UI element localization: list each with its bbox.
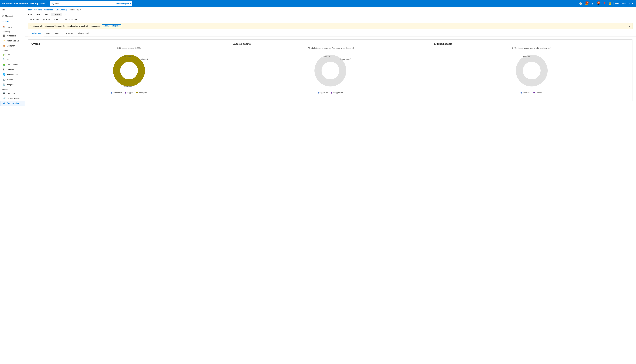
- start-btn[interactable]: ▷ Start: [42, 18, 52, 21]
- search-input[interactable]: [55, 2, 114, 5]
- labeled-subtitle: 0 / 0 labeled assets approved (No items …: [233, 47, 428, 49]
- warning-banner: ℹ Missing label categories: The project …: [28, 23, 632, 29]
- sidebar-item-designer[interactable]: 🎨 Designer: [0, 43, 25, 48]
- updates-badge: 14: [597, 2, 600, 4]
- page-header: contosoproject ⏸ Paused ☆: [25, 11, 636, 16]
- skipped-legend-unappr: Unappr...: [533, 92, 543, 94]
- settings-btn[interactable]: ⚙: [590, 1, 595, 6]
- labeled-legend-unapproved: Unapproved: [331, 92, 343, 94]
- breadcrumb-microsoft[interactable]: Microsoft: [28, 9, 36, 11]
- breadcrumb-workspace[interactable]: contosoworkspace: [38, 9, 53, 11]
- skipped-subtitle: 0 / 0 skipped assets approved (N... disp…: [434, 47, 629, 49]
- workspace-selector[interactable]: This workspace ▾: [116, 2, 131, 5]
- updates-btn[interactable]: 💬 14: [596, 1, 601, 6]
- search-divider: [115, 2, 115, 5]
- export-icon: ↑: [54, 18, 55, 20]
- completed-line: [133, 57, 138, 57]
- sidebar-item-microsoft[interactable]: ⊞ Microsoft: [0, 14, 25, 18]
- skipped-donut-svg: [514, 53, 549, 88]
- manage-section-label: Manage: [0, 87, 25, 91]
- skipped-chart: Approved:: [514, 53, 549, 88]
- clock-icon-btn[interactable]: 🕐: [578, 1, 583, 6]
- labeled-chart: Approved: 0 Unapproved: 0: [313, 53, 348, 88]
- sidebar-item-linked-services[interactable]: 🔗 Linked Services: [0, 96, 25, 101]
- sidebar-item-automated-ml[interactable]: ⚡ Automated ML: [0, 38, 25, 43]
- skipped-legend-approved: Approved: [521, 92, 530, 94]
- add-label-categories-link[interactable]: Add label categories.: [102, 24, 121, 27]
- completed-legend-label: Completed: [113, 92, 122, 94]
- user-account-btn[interactable]: contosoworkspace ▾: [614, 1, 634, 6]
- legend-completed: Completed: [111, 92, 122, 94]
- export-btn[interactable]: ↑ Export: [52, 18, 63, 21]
- environments-label: Environments: [7, 74, 19, 76]
- data-labeling-label: Data Labeling: [7, 102, 20, 104]
- search-box[interactable]: 🔍 This workspace ▾: [50, 1, 132, 6]
- refresh-btn[interactable]: ↻ Refresh: [28, 18, 41, 21]
- completed-dot: [111, 92, 112, 94]
- unapproved-dot: [331, 92, 332, 94]
- chevron-down-icon: ▾: [130, 2, 131, 5]
- tab-data[interactable]: Data: [44, 31, 53, 36]
- sidebar: ☰ ⊞ Microsoft + New 🏠 Home Authoring 📓 N…: [0, 7, 25, 364]
- tab-dashboard[interactable]: Dashboard: [28, 31, 44, 36]
- sidebar-item-data-labeling[interactable]: 🏷 Data Labeling: [0, 101, 25, 106]
- pipelines-icon: ⛓: [3, 68, 6, 71]
- skipped-approved-dot: [521, 92, 522, 94]
- skipped-card: Skipped assets 0 / 0 skipped assets appr…: [431, 40, 632, 101]
- sidebar-item-jobs[interactable]: 🔧 Jobs: [0, 57, 25, 62]
- compute-icon: 💻: [3, 92, 6, 94]
- unapproved-annotation: Unapproved: 0: [340, 58, 351, 60]
- compute-label: Compute: [7, 92, 15, 94]
- topbar-separator: [613, 2, 613, 5]
- warning-message: Missing label categories: The project do…: [33, 25, 100, 27]
- overall-donut-container: Completed: 0 Skipped: 0 Incomplete: 32: [31, 52, 227, 94]
- notifications-btn[interactable]: 🔔 23: [584, 1, 589, 6]
- overall-subtitle: 0 / 32 assets labeled (0.00%): [31, 47, 227, 49]
- sidebar-item-data[interactable]: 📊 Data: [0, 52, 25, 57]
- status-badge: ⏸ Paused: [51, 13, 62, 16]
- new-btn[interactable]: + New: [0, 18, 25, 24]
- linked-services-icon: 🔗: [3, 97, 6, 100]
- breadcrumb-sep-1: >: [36, 9, 37, 11]
- help-btn[interactable]: ❓: [601, 1, 607, 6]
- warning-collapse-icon[interactable]: ∨: [629, 25, 630, 27]
- incomplete-legend-label: Incomplete: [139, 92, 147, 94]
- sidebar-item-compute[interactable]: 💻 Compute: [0, 91, 25, 96]
- user-face-btn[interactable]: 😊: [607, 1, 613, 6]
- plus-icon: +: [2, 20, 4, 23]
- approved-annotation: Approved: 0: [322, 56, 335, 58]
- tab-vision-studio[interactable]: Vision Studio: [76, 31, 92, 36]
- page-title: contosoproject: [28, 13, 50, 16]
- tab-details[interactable]: Details: [53, 31, 64, 36]
- skipped-approved-annotation: Approved:: [523, 56, 530, 58]
- topbar-icons: 🕐 🔔 23 ⚙ 💬 14 ❓ 😊 contosoworkspace ▾: [578, 1, 634, 6]
- tab-insights[interactable]: Insights: [64, 31, 76, 36]
- sidebar-item-home[interactable]: 🏠 Home: [0, 24, 25, 30]
- breadcrumb-data-labeling[interactable]: Data Labeling: [56, 9, 67, 11]
- pause-icon: ⏸: [52, 13, 55, 16]
- sidebar-item-models[interactable]: 🤖 Models: [0, 77, 25, 82]
- notebooks-label: Notebooks: [7, 35, 16, 37]
- completed-annotation: Completed: 0: [123, 56, 138, 58]
- sidebar-item-notebooks[interactable]: 📓 Notebooks: [0, 33, 25, 38]
- sidebar-item-components[interactable]: 🧩 Components: [0, 62, 25, 67]
- refresh-label: Refresh: [33, 18, 39, 20]
- sidebar-item-endpoints[interactable]: 📡 Endpoints: [0, 82, 25, 87]
- main-content: Microsoft > contosoworkspace > Data Labe…: [25, 7, 636, 364]
- approved-legend-label: Approved: [320, 92, 328, 94]
- ms-label: Microsoft: [5, 15, 13, 17]
- favorite-star-icon[interactable]: ☆: [64, 13, 66, 16]
- refresh-icon: ↻: [30, 18, 32, 20]
- overall-title: Overall: [31, 42, 227, 46]
- sidebar-item-environments[interactable]: 🌐 Environments: [0, 72, 25, 77]
- start-icon: ▷: [44, 18, 45, 20]
- ms-icon: ⊞: [2, 15, 4, 17]
- sidebar-item-pipelines[interactable]: ⛓ Pipelines: [0, 67, 25, 72]
- overall-legend: Completed Skipped Incomplete: [111, 92, 147, 94]
- notifications-badge: 23: [585, 2, 589, 4]
- label-data-btn[interactable]: ✏ Label data: [64, 18, 79, 21]
- data-icon: 📊: [3, 53, 6, 56]
- hamburger-btn[interactable]: ☰: [0, 7, 25, 14]
- dashboard-grid: Overall 0 / 32 assets labeled (0.00%) Co…: [25, 36, 636, 104]
- skipped-legend-label: Skipped: [127, 92, 133, 94]
